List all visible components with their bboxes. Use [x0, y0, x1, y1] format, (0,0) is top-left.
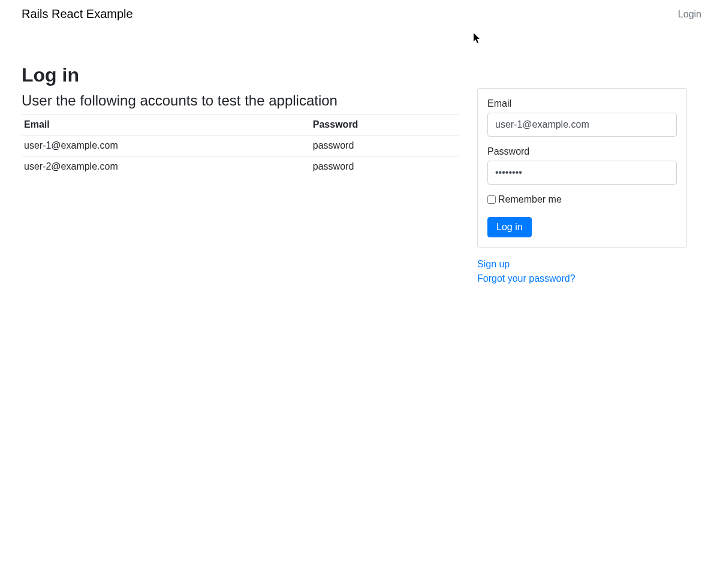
- remember-me-label: Remember me: [498, 194, 562, 205]
- email-label: Email: [487, 98, 677, 109]
- table-row: user-1@example.com password: [22, 135, 459, 156]
- cell-email: user-2@example.com: [22, 156, 311, 177]
- login-button[interactable]: Log in: [487, 217, 532, 237]
- auth-links: Sign up Forgot your password?: [477, 257, 687, 286]
- table-header-email: Email: [22, 114, 311, 135]
- login-card: Email Password Remember me Log in: [477, 88, 687, 248]
- forgot-password-link[interactable]: Forgot your password?: [477, 272, 687, 286]
- accounts-table: Email Password user-1@example.com passwo…: [22, 114, 459, 177]
- table-header-password: Password: [311, 114, 459, 135]
- remember-me-checkbox[interactable]: [487, 195, 496, 204]
- email-field[interactable]: [487, 113, 677, 137]
- cell-password: password: [311, 135, 459, 156]
- main-container: Log in User the following accounts to te…: [0, 64, 723, 286]
- page-title: Log in: [22, 64, 459, 86]
- navbar: Rails React Example Login: [0, 0, 723, 28]
- navbar-brand[interactable]: Rails React Example: [22, 7, 133, 21]
- signup-link[interactable]: Sign up: [477, 257, 687, 272]
- navbar-login-link[interactable]: Login: [678, 9, 701, 20]
- login-column: Email Password Remember me Log in Sign u…: [477, 88, 687, 286]
- password-field[interactable]: [487, 161, 677, 185]
- accounts-column: Log in User the following accounts to te…: [22, 64, 459, 286]
- cursor-icon: [474, 33, 482, 44]
- table-row: user-2@example.com password: [22, 156, 459, 177]
- page-subtitle: User the following accounts to test the …: [22, 92, 459, 109]
- cell-password: password: [311, 156, 459, 177]
- cell-email: user-1@example.com: [22, 135, 311, 156]
- password-label: Password: [487, 146, 677, 157]
